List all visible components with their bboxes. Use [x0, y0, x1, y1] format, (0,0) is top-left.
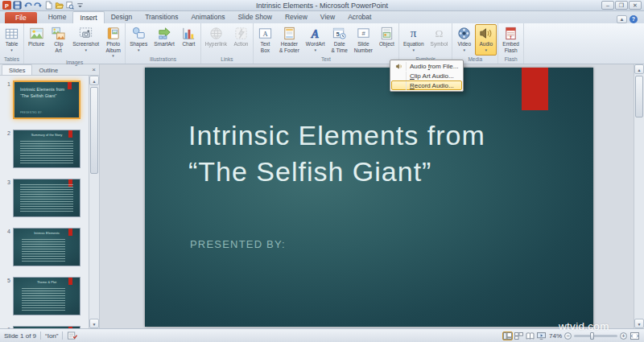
menu-item-label: Record Audio... [407, 82, 454, 89]
tab-acrobat[interactable]: Acrobat [341, 11, 378, 23]
slide-title[interactable]: Intrinsic Elements from “The Selfish Gia… [188, 117, 536, 190]
slide-number: 5 [4, 277, 10, 315]
wordart-button[interactable]: AWordArt▾ [303, 24, 328, 56]
photo-album-button[interactable]: Photo Album▾ [102, 24, 124, 59]
menu-item-audio-from-file[interactable]: Audio from File... [391, 61, 462, 71]
audio-button[interactable]: Audio▾ [475, 24, 497, 56]
chevron-down-icon: ▾ [112, 53, 114, 58]
quick-access-toolbar: P [2, 1, 85, 10]
menu-item-label: Audio from File... [407, 63, 458, 70]
slide-thumbnail-3[interactable] [13, 179, 80, 217]
tab-view[interactable]: View [314, 11, 341, 23]
normal-view-icon[interactable] [502, 332, 513, 340]
ribbon-tab-row: File HomeInsertDesignTransitionsAnimatio… [0, 11, 644, 23]
zoom-level: 74% [549, 332, 562, 340]
menu-item-record-audio[interactable]: Record Audio... [391, 80, 462, 90]
menu-item-clip-art-audio[interactable]: Clip Art Audio... [391, 71, 462, 80]
slide-indicator: Slide 1 of 9 [4, 332, 36, 340]
scroll-down-icon[interactable]: ▼ [89, 319, 99, 328]
new-icon[interactable] [44, 1, 53, 10]
tab-design[interactable]: Design [105, 11, 138, 23]
tab-file[interactable]: File [5, 12, 37, 23]
zoom-in-icon[interactable]: + [620, 332, 627, 340]
action-icon [233, 26, 249, 41]
close-icon[interactable]: × [89, 66, 99, 75]
object-button[interactable]: Object [376, 24, 398, 56]
slide-sorter-icon[interactable] [514, 332, 524, 340]
object-icon [379, 26, 394, 41]
zoom-slider[interactable] [574, 335, 617, 337]
slide-editing-area: Intrinsic Elements from “The Selfish Gia… [100, 64, 634, 328]
slide-thumbnail-4[interactable]: Intrinsic Elements [13, 228, 80, 266]
tab-transitions[interactable]: Transitions [138, 11, 184, 23]
qat-customize-icon[interactable] [76, 1, 85, 10]
slide-thumbnail-1[interactable]: Intrinsic Elements from “The Selfish Gia… [13, 80, 80, 119]
scroll-down-icon[interactable]: ▼ [634, 319, 644, 328]
chevron-down-icon: ▾ [485, 47, 488, 52]
fit-to-window-icon[interactable] [630, 332, 640, 340]
hyperlink-icon [208, 26, 224, 41]
button-label: Symbol [431, 41, 448, 47]
tab-animations[interactable]: Animations [184, 11, 231, 23]
slide-thumbnail-5[interactable]: Theme & Plot [13, 277, 80, 315]
main-scrollbar[interactable]: ▲ ▼ [634, 64, 644, 328]
slide-subtitle[interactable]: PRESENTED BY: [190, 238, 286, 250]
zoom-out-icon[interactable]: − [564, 332, 572, 340]
video-icon [456, 26, 472, 41]
slide-show-icon[interactable] [536, 332, 547, 340]
tab-slide-show[interactable]: Slide Show [231, 11, 279, 23]
redo-icon[interactable] [34, 1, 43, 10]
print-preview-icon[interactable] [65, 1, 74, 10]
slide-thumbnail-list: 1Intrinsic Elements from “The Selfish Gi… [0, 76, 89, 328]
date-time-button[interactable]: 5Date & Time [328, 24, 351, 56]
button-label: Picture [28, 41, 44, 47]
undo-icon[interactable] [23, 1, 32, 10]
ribbon-group-links: HyperlinkActionLinks [201, 23, 254, 64]
clip-art-button[interactable]: Clip Art [47, 24, 69, 59]
slide-number-button[interactable]: #Slide Number [351, 24, 376, 56]
restore-button[interactable]: ❐ [615, 1, 628, 10]
photo-album-icon [105, 26, 121, 41]
help-icon[interactable]: ? [630, 15, 638, 23]
zoom-slider-thumb[interactable] [590, 332, 594, 340]
open-icon[interactable] [55, 1, 64, 10]
scroll-up-icon[interactable]: ▲ [89, 76, 99, 85]
text-box-button[interactable]: AText Box [254, 24, 276, 56]
save-icon[interactable] [13, 1, 22, 10]
empty-icon [392, 81, 407, 90]
minimize-button[interactable]: – [601, 1, 614, 10]
reading-view-icon[interactable] [525, 332, 535, 340]
smartart-button[interactable]: SmartArt [151, 24, 178, 56]
thumbnail-title: Theme & Plot [17, 280, 76, 284]
shapes-button[interactable]: Shapes▾ [126, 24, 151, 56]
tab-review[interactable]: Review [279, 11, 314, 23]
header-footer-button[interactable]: Header & Footer [276, 24, 303, 56]
slides-panel: SlidesOutline× 1Intrinsic Elements from … [0, 64, 100, 328]
symbol-button: ΩSymbol [427, 24, 452, 56]
scroll-up-icon[interactable]: ▲ [634, 64, 644, 74]
ribbon: Table▾TablesPictureClip ArtScreenshot▾Ph… [0, 23, 644, 64]
minimize-ribbon-icon[interactable]: ▲ [617, 15, 627, 23]
ribbon-group-illustrations: Shapes▾SmartArtChartIllustrations [126, 23, 201, 64]
scrollbar-thumb[interactable] [90, 87, 98, 174]
video-button[interactable]: Video▾ [453, 24, 475, 56]
chevron-down-icon: ▾ [314, 47, 316, 52]
picture-button[interactable]: Picture [25, 24, 47, 59]
close-button[interactable]: ✕ [629, 1, 642, 10]
chart-icon [181, 26, 196, 41]
menu-item-label: Clip Art Audio... [407, 72, 454, 80]
thumbnail-title: Intrinsic Elements from “The Selfish Gia… [20, 87, 67, 99]
screenshot-button[interactable]: Screenshot▾ [69, 24, 102, 59]
spellcheck-icon[interactable] [67, 332, 78, 340]
equation-button[interactable]: πEquation▾ [400, 24, 427, 56]
button-label: SmartArt [154, 41, 175, 47]
table-button[interactable]: Table▾ [1, 24, 23, 56]
slides-panel-scrollbar[interactable]: ▲ ▼ [89, 76, 99, 328]
slide-canvas[interactable]: Intrinsic Elements from “The Selfish Gia… [145, 68, 593, 327]
tab-insert[interactable]: Insert [72, 11, 104, 23]
tab-home[interactable]: Home [42, 11, 73, 23]
embed-flash-button[interactable]: fEmbed Flash [499, 24, 522, 56]
scrollbar-thumb[interactable] [635, 76, 643, 117]
chart-button[interactable]: Chart [178, 24, 200, 56]
slide-thumbnail-2[interactable]: Summary of the Story [13, 130, 80, 168]
